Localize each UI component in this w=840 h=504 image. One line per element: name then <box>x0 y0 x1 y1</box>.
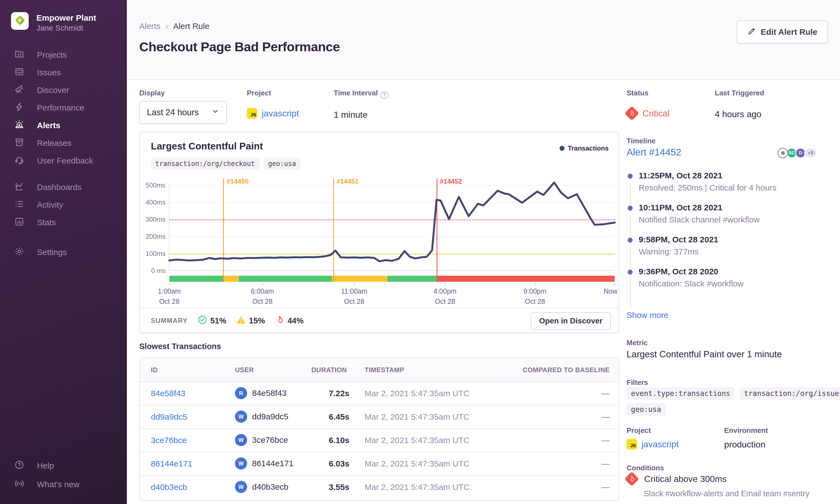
filter-transaction: transaction:/org/issues <box>739 387 840 400</box>
table-row[interactable]: dd9a9dc5 Wdd9a9dc5 6.45s Mar 2, 2021 5:4… <box>140 406 619 429</box>
pencil-icon <box>747 27 756 37</box>
timestamp-cell: Mar 2, 2021 5:47:35am UTC <box>364 483 469 492</box>
avatar-stack[interactable]: SC D +3 <box>779 148 817 158</box>
duration-cell: 7.22s <box>294 389 350 398</box>
sidebar-item-label: Releases <box>37 139 71 148</box>
col-baseline: COMPARED TO BASELINE <box>523 366 610 374</box>
open-in-discover-button[interactable]: Open in Discover <box>531 312 611 330</box>
sidebar-item-discover[interactable]: Discover <box>0 82 127 98</box>
status-segment <box>332 276 388 282</box>
timeline-event-desc: Warning: 377ms <box>639 247 699 256</box>
breadcrumb-alerts[interactable]: Alerts <box>139 21 161 31</box>
sidebar-item-label: Issues <box>37 68 61 77</box>
transaction-id-link[interactable]: dd9a9dc5 <box>151 412 187 421</box>
y-axis-tick-label: 0 ms <box>141 267 165 275</box>
project-value[interactable]: JS javascript <box>247 108 299 119</box>
projects-icon <box>14 49 24 61</box>
baseline-cell: — <box>602 483 610 492</box>
user-name: dd9a9dc5 <box>252 412 288 421</box>
org-name[interactable]: Empower Plant <box>36 13 96 23</box>
sidebar-item-dashboards[interactable]: Dashboards <box>0 179 127 195</box>
panel-project-label: Project <box>627 426 651 435</box>
avatar: W <box>235 434 247 446</box>
condition-actions: Slack #workflow-alerts and Email team #s… <box>644 489 809 498</box>
x-axis-tick-label: 11:00amOct 28 <box>341 287 367 305</box>
sidebar: Empower Plant Jane Schmidt Projects Issu… <box>0 0 127 504</box>
sidebar-item-issues[interactable]: Issues <box>0 65 127 80</box>
summary-good: 51% <box>198 315 227 326</box>
summary-warning: 15% <box>236 315 265 326</box>
sidebar-item-whats-new[interactable]: What's new <box>0 476 127 492</box>
filters-row-2: geo:usa <box>627 403 666 416</box>
alerts-icon <box>14 120 24 131</box>
transaction-id-link[interactable]: 84e58f43 <box>151 389 185 398</box>
sidebar-item-help[interactable]: Help <box>0 458 127 474</box>
duration-cell: 6.45s <box>294 412 350 421</box>
timeline-dot-icon <box>628 174 632 179</box>
panel-project-link[interactable]: javascript <box>641 439 679 449</box>
sidebar-item-releases[interactable]: Releases <box>0 135 127 151</box>
time-interval-value: 1 minute <box>334 110 368 120</box>
chevron-down-icon <box>212 108 219 118</box>
transactions-table: ID USER DURATION TIMESTAMP COMPARED TO B… <box>139 357 619 501</box>
project-link[interactable]: javascript <box>262 108 299 119</box>
chart-tags: transaction:/org/checkout geo:usa <box>151 158 300 170</box>
chart-card: Largest Contentful Paint transaction:/or… <box>139 132 619 333</box>
sidebar-item-user-feedback[interactable]: User Feedback <box>0 153 127 169</box>
timeline-event-time: 9:58PM, Oct 28 2021 <box>639 235 718 244</box>
alert-number-link[interactable]: Alert #14452 <box>627 147 681 158</box>
sidebar-item-label: User Feedback <box>37 156 93 165</box>
sidebar-item-label: Activity <box>37 200 63 210</box>
user-cell: Wd40b3ecb <box>235 481 288 493</box>
timestamp-cell: Mar 2, 2021 5:47:35am UTC <box>364 436 469 445</box>
table-row[interactable]: 86144e171 W86144e171 6.03s Mar 2, 2021 5… <box>140 452 619 476</box>
display-select[interactable]: Last 24 hours <box>139 101 227 124</box>
sidebar-item-label: Alerts <box>37 121 60 130</box>
x-axis-tickmark <box>615 283 615 286</box>
timeline-event-desc: Notified Slack channel #workflow <box>639 215 760 224</box>
table-row[interactable]: d40b3ecb Wd40b3ecb 3.55s Mar 2, 2021 5:4… <box>140 476 619 499</box>
duration-cell: 3.55s <box>294 483 350 492</box>
chart-plot[interactable]: 0 ms100ms200ms300ms400ms500ms#14450#1445… <box>169 182 614 271</box>
incident-status-bar <box>169 276 615 282</box>
whats-new-icon <box>14 479 24 490</box>
status-segment <box>437 276 615 282</box>
chart-legend[interactable]: Transactions <box>559 144 609 152</box>
transaction-id-link[interactable]: 3ce76bce <box>151 436 187 445</box>
sidebar-item-stats[interactable]: Stats <box>0 215 127 231</box>
check-circle-icon <box>198 315 207 326</box>
timeline-event-time: 10:11PM, Oct 28 2021 <box>639 203 722 212</box>
sidebar-item-performance[interactable]: Performance <box>0 100 127 116</box>
avatar: W <box>235 457 247 470</box>
panel-project-value[interactable]: JS javascript <box>627 439 679 449</box>
x-axis-tick-label: 9:00pmOct 28 <box>523 287 546 305</box>
table-row[interactable]: 3ce76bce W3ce76bce 6.10s Mar 2, 2021 5:4… <box>140 429 619 452</box>
timeline-event-time: 11:25PM, Oct 28 2021 <box>639 171 722 180</box>
sidebar-item-label: Help <box>37 461 54 470</box>
sidebar-item-settings[interactable]: Settings <box>0 244 127 260</box>
conditions-label: Conditions <box>627 464 664 472</box>
sidebar-item-activity[interactable]: Activity <box>0 197 127 213</box>
condition-item: Critical above 300ms <box>627 474 727 484</box>
filter-geo: geo:usa <box>627 403 666 416</box>
metric-label: Metric <box>627 339 648 347</box>
chart-footer: SUMMARY 51% 15% 44% Open in Discover <box>140 308 619 333</box>
warning-triangle-icon <box>236 315 246 326</box>
filter-event-type: event.type:transactions <box>627 387 735 400</box>
dashboards-icon <box>14 181 24 193</box>
baseline-cell: — <box>602 436 610 445</box>
sidebar-item-label: What's new <box>37 480 79 489</box>
table-row[interactable]: 84e58f43 R84e58f43 7.22s Mar 2, 2021 5:4… <box>140 382 619 406</box>
filters-row-1: event.type:transactions transaction:/org… <box>627 387 840 400</box>
time-interval-label-text: Time Interval <box>334 89 378 97</box>
critical-fire-icon <box>624 471 639 486</box>
transaction-id-link[interactable]: d40b3ecb <box>151 483 187 492</box>
edit-alert-rule-button[interactable]: Edit Alert Rule <box>737 20 828 43</box>
transaction-id-link[interactable]: 86144e171 <box>151 459 192 468</box>
timeline-event-time: 9:36PM, Oct 28 2020 <box>639 267 718 276</box>
help-circle-icon[interactable]: ? <box>380 91 388 99</box>
sidebar-item-alerts[interactable]: Alerts <box>0 118 127 133</box>
org-logo[interactable] <box>11 12 29 30</box>
sidebar-item-projects[interactable]: Projects <box>0 47 127 63</box>
show-more-link[interactable]: Show more <box>627 310 668 320</box>
